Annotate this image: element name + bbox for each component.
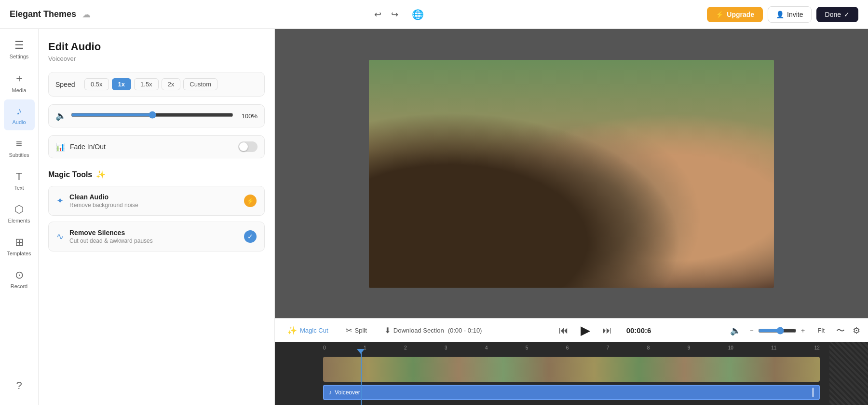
sidebar-item-text[interactable]: T Text: [4, 165, 35, 196]
check-icon: ✓: [844, 11, 850, 18]
topbar-left: Elegant Themes ☁: [10, 9, 91, 20]
fit-button[interactable]: Fit: [814, 325, 828, 336]
magic-star-icon: ✨: [96, 170, 106, 179]
audio-icon: ♪: [16, 105, 22, 117]
ruler-6: 6: [566, 345, 569, 350]
audio-track[interactable]: ♪ Voiceover: [323, 385, 820, 400]
speed-label: Speed: [55, 81, 80, 88]
video-thumbnail: [369, 60, 774, 288]
ruler-12: 12: [814, 345, 820, 350]
zoom-slider[interactable]: [758, 327, 797, 335]
undo-button[interactable]: ↩: [371, 6, 384, 23]
playhead-triangle: [357, 349, 365, 354]
sidebar-item-elements[interactable]: ⬡ Elements: [4, 198, 35, 229]
zoom-in-icon: ＋: [800, 326, 806, 335]
topbar-center: ↩ ↪ 🌐: [371, 6, 427, 23]
skip-forward-button[interactable]: ⏭: [602, 325, 612, 336]
remove-silences-icon: ∿: [56, 231, 64, 242]
upgrade-button[interactable]: ⚡ Upgrade: [707, 7, 763, 22]
timeline-tracks: ♪ Voiceover: [275, 353, 868, 405]
split-icon: ✂: [346, 326, 352, 335]
clean-audio-card[interactable]: ✦ Clean Audio Remove background noise ⚡: [48, 186, 265, 216]
ruler-7: 7: [607, 345, 610, 350]
topbar: Elegant Themes ☁ ↩ ↪ 🌐 ⚡ Upgrade 👤 Invit…: [0, 0, 868, 29]
clean-audio-subtitle: Remove background noise: [69, 202, 238, 209]
speed-1x[interactable]: 1x: [112, 78, 131, 90]
elements-icon: ⬡: [14, 203, 24, 216]
speed-custom[interactable]: Custom: [183, 78, 217, 90]
topbar-right: ⚡ Upgrade 👤 Invite Done ✓: [707, 6, 858, 23]
remove-silences-text: Remove Silences Cut out dead & awkward p…: [69, 229, 238, 244]
zoom-control: － ＋: [748, 326, 806, 335]
edit-subtitle: Voiceover: [48, 55, 265, 62]
upgrade-badge: ⚡: [244, 195, 257, 207]
audio-track-handle[interactable]: [812, 388, 814, 397]
media-icon: ＋: [14, 71, 25, 85]
ruler-labels: 0 1 2 3 4 5 6 7 8 9 10 11 12: [323, 343, 820, 352]
timeline-settings-icon: ⚙: [853, 325, 860, 336]
split-button[interactable]: ✂ Split: [341, 323, 372, 338]
audio-track-label: Voiceover: [335, 389, 360, 396]
playhead[interactable]: [361, 353, 362, 405]
remove-silences-card[interactable]: ∿ Remove Silences Cut out dead & awkward…: [48, 222, 265, 251]
clean-audio-title: Clean Audio: [69, 193, 238, 201]
download-icon: ⬇: [384, 326, 391, 335]
toggle-thumb: [239, 142, 248, 151]
templates-icon: ⊞: [15, 236, 24, 249]
subtitles-icon: ≡: [16, 138, 22, 150]
sidebar-item-help[interactable]: ?: [4, 370, 35, 401]
sidebar-icons: ☰ Settings ＋ Media ♪ Audio ≡ Subtitles T…: [0, 29, 39, 405]
volume-slider-wrap: [71, 111, 233, 121]
topbar-title: Elegant Themes: [10, 9, 76, 19]
video-area: ✨ Magic Cut ✂ Split ⬇ Download Section (…: [275, 29, 868, 405]
redo-button[interactable]: ↪: [388, 6, 401, 23]
video-track[interactable]: [323, 357, 820, 382]
volume-slider[interactable]: [71, 111, 233, 119]
sidebar-item-media[interactable]: ＋ Media: [4, 67, 35, 98]
download-section-button[interactable]: ⬇ Download Section (0:00 - 0:10): [380, 323, 487, 338]
magic-tools-header: Magic Tools ✨: [48, 170, 265, 179]
sidebar-item-subtitles[interactable]: ≡ Subtitles: [4, 132, 35, 163]
main-content: ☰ Settings ＋ Media ♪ Audio ≡ Subtitles T…: [0, 29, 868, 405]
magic-cut-button[interactable]: ✨ Magic Cut: [283, 323, 333, 338]
speed-1.5x[interactable]: 1.5x: [134, 78, 159, 90]
speed-0.5x[interactable]: 0.5x: [84, 78, 109, 90]
speed-row: Speed 0.5x 1x 1.5x 2x Custom: [48, 72, 265, 97]
magic-tools-title: Magic Tools: [48, 170, 92, 179]
sidebar-item-record[interactable]: ⊙ Record: [4, 264, 35, 294]
settings-icon: ☰: [14, 39, 24, 52]
ruler-5: 5: [526, 345, 529, 350]
fade-icon: 📊: [55, 142, 65, 152]
sidebar-item-templates[interactable]: ⊞ Templates: [4, 231, 35, 262]
speed-2x[interactable]: 2x: [162, 78, 181, 90]
time-display: 00:00:6: [620, 326, 658, 335]
fade-row: 📊 Fade In/Out: [48, 135, 265, 158]
sidebar-item-audio[interactable]: ♪ Audio: [4, 99, 35, 130]
ruler-8: 8: [647, 345, 650, 350]
timeline-hatch: [829, 342, 868, 405]
fade-toggle[interactable]: [238, 141, 258, 152]
video-scene: [369, 60, 774, 288]
text-icon: T: [16, 170, 22, 183]
language-button[interactable]: 🌐: [409, 6, 427, 23]
done-button[interactable]: Done ✓: [816, 7, 858, 22]
help-icon: ?: [16, 379, 22, 392]
skip-back-button[interactable]: ⏮: [559, 325, 569, 336]
magic-cut-icon: ✨: [287, 326, 297, 335]
play-button[interactable]: ▶: [576, 321, 595, 340]
ruler-3: 3: [445, 345, 448, 350]
ruler-10: 10: [728, 345, 733, 350]
volume-ctrl-icon: 🔈: [730, 325, 741, 336]
edit-panel: Edit Audio Voiceover Speed 0.5x 1x 1.5x …: [39, 29, 275, 405]
ruler-9: 9: [688, 345, 691, 350]
waveform-icon: 〜: [836, 325, 845, 336]
speed-section: Speed 0.5x 1x 1.5x 2x Custom: [48, 72, 265, 97]
invite-button[interactable]: 👤 Invite: [768, 6, 811, 23]
sidebar-item-settings[interactable]: ☰ Settings: [4, 34, 35, 65]
remove-silences-title: Remove Silences: [69, 229, 238, 237]
volume-row: 🔈 100%: [48, 104, 265, 127]
clean-audio-icon: ✦: [56, 196, 64, 206]
ruler-11: 11: [771, 345, 776, 350]
undo-redo-group: ↩ ↪: [371, 6, 401, 23]
bottom-toolbar: ✨ Magic Cut ✂ Split ⬇ Download Section (…: [275, 318, 868, 342]
